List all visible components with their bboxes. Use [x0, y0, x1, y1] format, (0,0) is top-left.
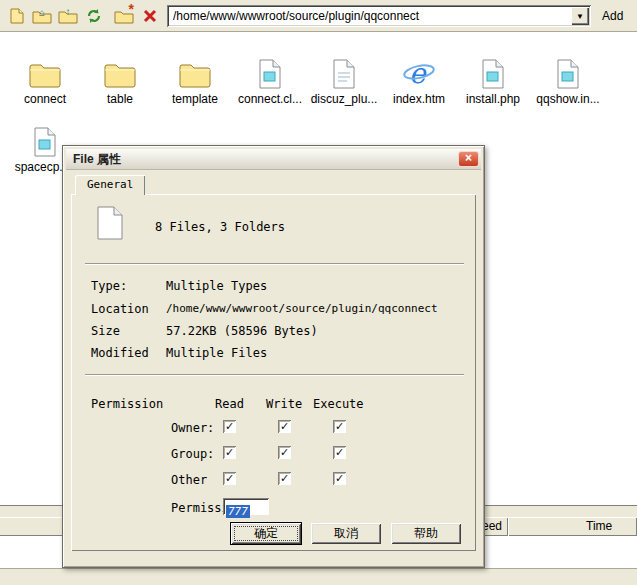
chevron-down-icon: ▼: [576, 12, 584, 21]
file-item-label: table: [83, 92, 157, 106]
address-text: /home/www/wwwroot/source/plugin/qqconnec…: [173, 9, 419, 23]
file-properties-dialog: File 属性 × General 8 Files, 3 Folders Typ…: [62, 145, 485, 568]
address-bar[interactable]: /home/www/wwwroot/source/plugin/qqconnec…: [167, 5, 591, 27]
dialog-title: File 属性: [73, 151, 121, 168]
file-item-label: connect: [8, 92, 82, 106]
check-icon: ✓: [225, 447, 234, 458]
address-dropdown-button[interactable]: ▼: [571, 7, 589, 25]
check-icon: ✓: [335, 473, 344, 484]
document-icon: [233, 53, 307, 89]
parent-folder-button[interactable]: ↑: [57, 5, 79, 27]
file-item-label: index.htm: [382, 92, 456, 106]
check-icon: ✓: [335, 447, 344, 458]
cancel-button[interactable]: 取消: [311, 523, 381, 544]
up-arrow-icon: ↑: [66, 7, 71, 17]
home-folder-icon: ⌂: [32, 6, 52, 26]
refresh-button[interactable]: [83, 5, 105, 27]
file-item-template[interactable]: template: [158, 53, 232, 106]
column-header-time[interactable]: Time: [508, 517, 637, 536]
copy-file-button[interactable]: [6, 5, 28, 27]
svg-text:e: e: [409, 57, 427, 89]
folder-icon: [83, 53, 157, 89]
delete-x-icon: [140, 6, 160, 26]
document-icon: [456, 53, 530, 89]
permission-section-label: Permission: [91, 397, 163, 411]
tab-page-general: [71, 194, 476, 551]
multiple-files-icon: [96, 206, 124, 244]
file-item-connect[interactable]: connect: [8, 53, 82, 106]
permission-row-other-label: Other: [171, 473, 207, 487]
field-location-label: Location: [91, 302, 149, 316]
file-item-label: template: [158, 92, 232, 106]
refresh-icon: [84, 6, 104, 26]
new-folder-icon: *: [114, 6, 134, 26]
file-manager-window: ⌂ ↑ *: [0, 0, 637, 585]
permission-row-group-label: Group:: [171, 447, 214, 461]
field-modified-value: Multiple Files: [166, 346, 267, 360]
new-folder-button[interactable]: *: [113, 5, 135, 27]
permission-row-owner-label: Owner:: [171, 421, 214, 435]
status-bar: [0, 568, 637, 585]
checkbox-group-read[interactable]: ✓: [223, 446, 236, 459]
file-item-index-htm[interactable]: e index.htm: [382, 53, 456, 106]
field-location-value: /home/www/wwwroot/source/plugin/qqconnec…: [166, 302, 438, 315]
tab-general-label: General: [87, 178, 133, 191]
file-item-discuz-plugin[interactable]: discuz_plu...: [307, 53, 381, 106]
home-button[interactable]: ⌂: [31, 5, 53, 27]
toolbar: ⌂ ↑ *: [0, 0, 637, 32]
file-item-table[interactable]: table: [83, 53, 157, 106]
separator: [85, 374, 464, 376]
add-button[interactable]: Add: [602, 9, 623, 23]
permission-column-execute: Execute: [313, 397, 364, 411]
field-type-value: Multiple Types: [166, 279, 267, 293]
checkbox-owner-execute[interactable]: ✓: [333, 420, 346, 433]
parent-folder-icon: ↑: [58, 6, 78, 26]
internet-explorer-icon: e: [382, 53, 456, 89]
folder-icon: [8, 53, 82, 89]
checkbox-other-execute[interactable]: ✓: [333, 472, 346, 485]
checkbox-owner-read[interactable]: ✓: [223, 420, 236, 433]
tab-general[interactable]: General: [75, 175, 145, 195]
field-size-value: 57.22KB (58596 Bytes): [166, 324, 318, 338]
file-item-connect-class[interactable]: connect.cl...: [233, 53, 307, 106]
file-item-qqshow[interactable]: qqshow.in...: [531, 53, 605, 106]
file-item-label: install.php: [456, 92, 530, 106]
document-icon: [531, 53, 605, 89]
field-type-label: Type:: [91, 279, 127, 293]
page-icon: [7, 6, 27, 26]
separator: [85, 263, 464, 265]
close-icon: ×: [465, 151, 472, 165]
file-item-label: qqshow.in...: [531, 92, 605, 106]
check-icon: ✓: [280, 421, 289, 432]
field-modified-label: Modified: [91, 346, 149, 360]
check-icon: ✓: [280, 447, 289, 458]
help-button[interactable]: 帮助: [391, 523, 461, 544]
ok-button[interactable]: 确定: [231, 523, 301, 544]
house-icon: ⌂: [39, 8, 45, 18]
check-icon: ✓: [225, 473, 234, 484]
field-size-label: Size: [91, 324, 120, 338]
column-header-time-label: Time: [586, 519, 612, 533]
check-icon: ✓: [335, 421, 344, 432]
check-icon: ✓: [280, 473, 289, 484]
checkbox-group-execute[interactable]: ✓: [333, 446, 346, 459]
permission-input[interactable]: 777: [223, 498, 269, 515]
folder-icon: [158, 53, 232, 89]
permission-column-read: Read: [215, 397, 244, 411]
sparkle-icon: *: [129, 4, 134, 14]
permission-input-value: 777: [226, 505, 250, 518]
file-item-label: discuz_plu...: [307, 92, 381, 106]
file-summary: 8 Files, 3 Folders: [155, 220, 285, 234]
delete-button[interactable]: [139, 5, 161, 27]
file-item-label: connect.cl...: [233, 92, 307, 106]
file-item-install-php[interactable]: install.php: [456, 53, 530, 106]
checkbox-other-read[interactable]: ✓: [223, 472, 236, 485]
check-icon: ✓: [225, 421, 234, 432]
dialog-title-bar[interactable]: File 属性: [66, 149, 481, 170]
permission-column-write: Write: [266, 397, 302, 411]
dialog-close-button[interactable]: ×: [458, 151, 479, 167]
checkbox-other-write[interactable]: ✓: [278, 472, 291, 485]
document-icon: [307, 53, 381, 89]
checkbox-owner-write[interactable]: ✓: [278, 420, 291, 433]
checkbox-group-write[interactable]: ✓: [278, 446, 291, 459]
